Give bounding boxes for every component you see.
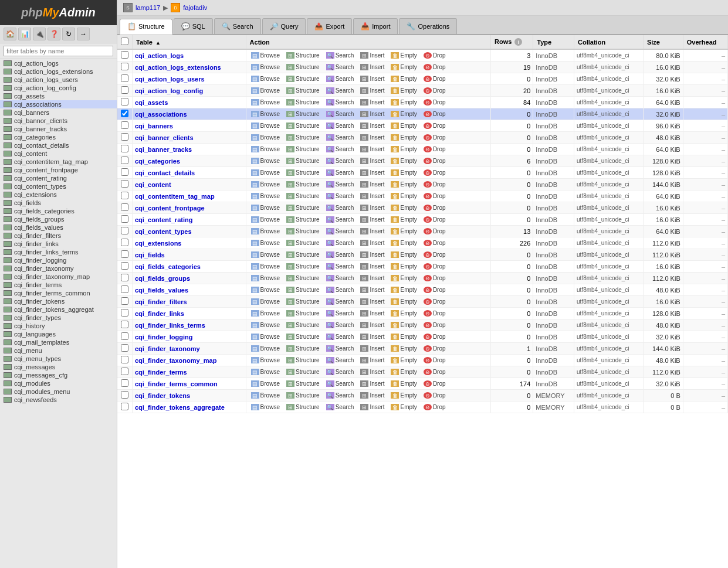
- empty-button[interactable]: 🗑Empty: [388, 75, 419, 83]
- search-button[interactable]: 🔍Search: [324, 110, 357, 118]
- structure-button[interactable]: ⊞Structure: [284, 52, 322, 59]
- table-name-link[interactable]: cqi_finder_tokens_aggregate: [135, 404, 225, 411]
- search-button[interactable]: 🔍Search: [324, 192, 357, 200]
- insert-button[interactable]: ⊞Insert: [358, 216, 387, 223]
- drop-button[interactable]: ⊖Drop: [421, 192, 448, 200]
- drop-button[interactable]: ⊖Drop: [421, 134, 448, 141]
- sidebar-table-item[interactable]: cqi_fields_groups: [0, 215, 117, 223]
- sidebar-table-item[interactable]: cqi_finder_terms_common: [0, 289, 117, 297]
- drop-button[interactable]: ⊖Drop: [421, 380, 448, 387]
- browse-button[interactable]: ▤Browse: [249, 63, 282, 71]
- empty-button[interactable]: 🗑Empty: [388, 309, 419, 317]
- empty-button[interactable]: 🗑Empty: [388, 110, 419, 118]
- rows-info-icon[interactable]: i: [514, 38, 522, 46]
- row-checkbox[interactable]: [121, 239, 128, 246]
- tab-query[interactable]: 🔎Query: [262, 18, 306, 34]
- empty-button[interactable]: 🗑Empty: [388, 333, 419, 341]
- row-checkbox[interactable]: [121, 121, 128, 129]
- row-checkbox[interactable]: [121, 192, 128, 199]
- table-name-link[interactable]: cqi_fields_values: [135, 287, 188, 294]
- row-checkbox[interactable]: [121, 368, 128, 375]
- structure-button[interactable]: ⊞Structure: [284, 98, 322, 106]
- drop-button[interactable]: ⊖Drop: [421, 145, 448, 153]
- table-name-link[interactable]: cqi_fields: [135, 251, 165, 259]
- tab-search[interactable]: 🔍Search: [214, 18, 261, 34]
- structure-button[interactable]: ⊞Structure: [284, 333, 322, 341]
- search-button[interactable]: 🔍Search: [324, 87, 357, 94]
- help-icon[interactable]: ❓: [48, 28, 60, 40]
- table-name-link[interactable]: cqi_finder_terms: [135, 369, 187, 376]
- browse-button[interactable]: ▤Browse: [249, 298, 282, 305]
- table-name-link[interactable]: cqi_finder_taxonomy_map: [135, 357, 216, 364]
- search-button[interactable]: 🔍Search: [324, 239, 357, 247]
- drop-button[interactable]: ⊖Drop: [421, 227, 448, 235]
- structure-button[interactable]: ⊞Structure: [284, 145, 322, 153]
- drop-button[interactable]: ⊖Drop: [421, 356, 448, 364]
- close-icon[interactable]: →: [77, 28, 90, 40]
- table-name-link[interactable]: cqi_banner_tracks: [135, 146, 192, 153]
- drop-button[interactable]: ⊖Drop: [421, 75, 448, 83]
- browse-button[interactable]: ▤Browse: [249, 345, 282, 352]
- table-name-link[interactable]: cqi_action_log_config: [135, 87, 203, 94]
- row-checkbox[interactable]: [121, 215, 128, 223]
- table-name-link[interactable]: cqi_finder_terms_common: [135, 380, 218, 387]
- drop-button[interactable]: ⊖Drop: [421, 251, 448, 259]
- sidebar-table-item[interactable]: cqi_fields: [0, 199, 117, 207]
- structure-button[interactable]: ⊞Structure: [284, 298, 322, 305]
- browse-button[interactable]: ▤Browse: [249, 321, 282, 329]
- drop-button[interactable]: ⊖Drop: [421, 204, 448, 212]
- drop-button[interactable]: ⊖Drop: [421, 157, 448, 165]
- sidebar-table-item[interactable]: cqi_fields_categories: [0, 207, 117, 215]
- home-icon[interactable]: 🏠: [4, 28, 16, 40]
- browse-button[interactable]: ▤Browse: [249, 403, 282, 411]
- sidebar-table-item[interactable]: cqi_contact_details: [0, 141, 117, 149]
- sidebar-table-item[interactable]: cqi_finder_tokens: [0, 297, 117, 305]
- search-button[interactable]: 🔍Search: [324, 321, 357, 329]
- browse-button[interactable]: ▤Browse: [249, 251, 282, 259]
- structure-button[interactable]: ⊞Structure: [284, 321, 322, 329]
- browse-button[interactable]: ▤Browse: [249, 274, 282, 282]
- browse-button[interactable]: ▤Browse: [249, 204, 282, 212]
- sidebar-table-item[interactable]: cqi_categories: [0, 133, 117, 141]
- browse-button[interactable]: ▤Browse: [249, 87, 282, 94]
- sidebar-table-item[interactable]: cqi_content_rating: [0, 174, 117, 182]
- row-checkbox[interactable]: [121, 309, 128, 317]
- sidebar-table-item[interactable]: cqi_finder_logging: [0, 256, 117, 264]
- table-name-link[interactable]: cqi_categories: [135, 158, 180, 165]
- row-checkbox[interactable]: [121, 157, 128, 164]
- browse-button[interactable]: ▤Browse: [249, 368, 282, 376]
- empty-button[interactable]: 🗑Empty: [388, 286, 419, 294]
- empty-button[interactable]: 🗑Empty: [388, 403, 419, 411]
- drop-button[interactable]: ⊖Drop: [421, 321, 448, 329]
- row-checkbox[interactable]: [121, 98, 128, 106]
- search-button[interactable]: 🔍Search: [324, 181, 357, 188]
- sidebar-table-item[interactable]: cqi_finder_types: [0, 314, 117, 322]
- table-name-link[interactable]: cqi_action_logs_users: [135, 76, 205, 83]
- table-name-link[interactable]: cqi_contentitem_tag_map: [135, 193, 215, 200]
- insert-button[interactable]: ⊞Insert: [358, 298, 387, 305]
- empty-button[interactable]: 🗑Empty: [388, 345, 419, 352]
- empty-button[interactable]: 🗑Empty: [388, 251, 419, 259]
- insert-button[interactable]: ⊞Insert: [358, 356, 387, 364]
- table-name-link[interactable]: cqi_action_logs: [135, 52, 184, 59]
- insert-button[interactable]: ⊞Insert: [358, 75, 387, 83]
- empty-button[interactable]: 🗑Empty: [388, 298, 419, 305]
- empty-button[interactable]: 🗑Empty: [388, 192, 419, 200]
- insert-button[interactable]: ⊞Insert: [358, 169, 387, 176]
- search-button[interactable]: 🔍Search: [324, 309, 357, 317]
- insert-button[interactable]: ⊞Insert: [358, 145, 387, 153]
- reload-icon[interactable]: ↻: [62, 28, 75, 40]
- browse-button[interactable]: ▤Browse: [249, 286, 282, 294]
- search-button[interactable]: 🔍Search: [324, 356, 357, 364]
- table-name-link[interactable]: cqi_content_frontpage: [135, 205, 205, 212]
- row-checkbox[interactable]: [121, 227, 128, 234]
- row-checkbox[interactable]: [121, 145, 128, 152]
- empty-button[interactable]: 🗑Empty: [388, 216, 419, 223]
- browse-button[interactable]: ▤Browse: [249, 380, 282, 387]
- drop-button[interactable]: ⊖Drop: [421, 98, 448, 106]
- search-button[interactable]: 🔍Search: [324, 368, 357, 376]
- table-name-link[interactable]: cqi_fields_categories: [135, 263, 201, 270]
- browse-button[interactable]: ▤Browse: [249, 333, 282, 341]
- empty-button[interactable]: 🗑Empty: [388, 122, 419, 130]
- sidebar-table-item[interactable]: cqi_finder_tokens_aggregat: [0, 305, 117, 314]
